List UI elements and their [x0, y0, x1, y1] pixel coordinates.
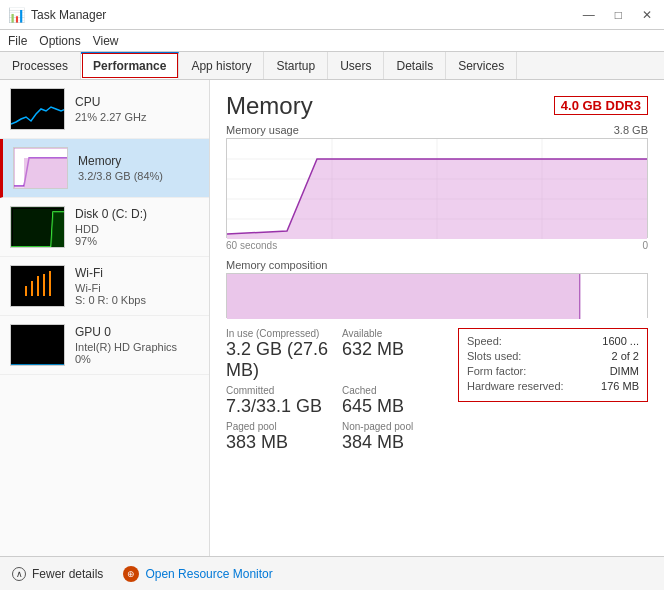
tab-bar: Processes Performance App history Startu…	[0, 52, 664, 80]
stat-available: Available 632 MB	[342, 328, 450, 381]
svg-rect-14	[25, 286, 27, 296]
stat-available-label: Available	[342, 328, 450, 339]
tab-startup[interactable]: Startup	[264, 52, 328, 79]
chevron-up-icon: ∧	[12, 567, 26, 581]
title-bar-left: 📊 Task Manager	[8, 7, 106, 23]
stat-available-value: 632 MB	[342, 339, 450, 360]
svg-rect-12	[31, 281, 33, 296]
content-panel: Memory 4.0 GB DDR3 Memory usage 3.8 GB	[210, 80, 664, 556]
stat-cached-label: Cached	[342, 385, 450, 396]
sidebar-item-cpu[interactable]: CPU 21% 2.27 GHz	[0, 80, 209, 139]
spec-speed-label: Speed:	[467, 335, 502, 347]
wifi-value: Wi-FiS: 0 R: 0 Kbps	[75, 282, 199, 306]
svg-marker-4	[24, 158, 29, 189]
disk-label: Disk 0 (C: D:)	[75, 207, 199, 221]
stat-committed-label: Committed	[226, 385, 334, 396]
spec-hw-reserved-label: Hardware reserved:	[467, 380, 564, 392]
svg-marker-5	[29, 158, 68, 189]
stat-paged-pool-label: Paged pool	[226, 421, 334, 432]
stat-in-use: In use (Compressed) 3.2 GB (27.6 MB)	[226, 328, 334, 381]
sidebar-item-disk[interactable]: Disk 0 (C: D:) HDD97%	[0, 198, 209, 257]
tab-details[interactable]: Details	[384, 52, 446, 79]
cpu-chart-svg	[11, 89, 65, 130]
wifi-chart-svg	[11, 266, 65, 307]
fewer-details-label: Fewer details	[32, 567, 103, 581]
sidebar-item-wifi[interactable]: Wi-Fi Wi-FiS: 0 R: 0 Kbps	[0, 257, 209, 316]
menu-file[interactable]: File	[8, 34, 27, 48]
chart-time-labels: 60 seconds 0	[226, 240, 648, 251]
sidebar-item-gpu[interactable]: GPU 0 Intel(R) HD Graphics0%	[0, 316, 209, 375]
spec-form-factor-label: Form factor:	[467, 365, 526, 377]
svg-rect-27	[227, 274, 580, 319]
memory-chart-svg	[14, 148, 68, 189]
disk-mini-chart	[10, 206, 65, 248]
spec-slots-value: 2 of 2	[611, 350, 639, 362]
close-button[interactable]: ✕	[638, 8, 656, 22]
stat-committed: Committed 7.3/33.1 GB	[226, 385, 334, 417]
gpu-mini-chart	[10, 324, 65, 366]
spec-speed: Speed: 1600 ...	[467, 335, 639, 347]
disk-chart-svg	[11, 207, 65, 248]
stat-non-paged-pool-label: Non-paged pool	[342, 421, 450, 432]
usage-chart-label: Memory usage 3.8 GB	[226, 124, 648, 136]
time-right-label: 0	[642, 240, 648, 251]
memory-usage-svg	[227, 139, 647, 239]
cpu-info: CPU 21% 2.27 GHz	[75, 95, 199, 123]
composition-label: Memory composition	[226, 259, 648, 271]
stat-committed-value: 7.3/33.1 GB	[226, 396, 334, 417]
memory-value: 3.2/3.8 GB (84%)	[78, 170, 199, 182]
cpu-value: 21% 2.27 GHz	[75, 111, 199, 123]
tab-app-history[interactable]: App history	[179, 52, 264, 79]
content-badge: 4.0 GB DDR3	[554, 96, 648, 115]
spec-hw-reserved: Hardware reserved: 176 MB	[467, 380, 639, 392]
open-resource-monitor-button[interactable]: ⊕ Open Resource Monitor	[123, 566, 272, 582]
app-title: Task Manager	[31, 8, 106, 22]
stat-paged-pool-value: 383 MB	[226, 432, 334, 453]
disk-value: HDD97%	[75, 223, 199, 247]
resource-monitor-icon: ⊕	[123, 566, 139, 582]
svg-rect-11	[37, 276, 39, 296]
fewer-details-button[interactable]: ∧ Fewer details	[12, 567, 103, 581]
usage-chart-max: 3.8 GB	[614, 124, 648, 136]
menu-bar: File Options View	[0, 30, 664, 52]
gpu-chart-svg	[11, 325, 65, 366]
app-icon: 📊	[8, 7, 25, 23]
usage-label-text: Memory usage	[226, 124, 299, 136]
menu-options[interactable]: Options	[39, 34, 80, 48]
minimize-button[interactable]: —	[579, 8, 599, 22]
wifi-label: Wi-Fi	[75, 266, 199, 280]
disk-info: Disk 0 (C: D:) HDD97%	[75, 207, 199, 247]
time-left-label: 60 seconds	[226, 240, 277, 251]
menu-view[interactable]: View	[93, 34, 119, 48]
footer: ∧ Fewer details ⊕ Open Resource Monitor	[0, 556, 664, 590]
tab-users[interactable]: Users	[328, 52, 384, 79]
tab-processes[interactable]: Processes	[0, 52, 81, 79]
wifi-info: Wi-Fi Wi-FiS: 0 R: 0 Kbps	[75, 266, 199, 306]
sidebar-item-memory[interactable]: Memory 3.2/3.8 GB (84%)	[0, 139, 209, 198]
cpu-label: CPU	[75, 95, 199, 109]
title-bar: 📊 Task Manager — □ ✕	[0, 0, 664, 30]
gpu-label: GPU 0	[75, 325, 199, 339]
title-bar-controls: — □ ✕	[579, 8, 656, 22]
svg-rect-15	[49, 271, 51, 296]
tab-services[interactable]: Services	[446, 52, 517, 79]
spec-slots-label: Slots used:	[467, 350, 521, 362]
memory-mini-chart	[13, 147, 68, 189]
svg-rect-13	[43, 274, 45, 296]
stat-in-use-value: 3.2 GB (27.6 MB)	[226, 339, 334, 381]
stat-cached-value: 645 MB	[342, 396, 450, 417]
svg-rect-28	[580, 274, 647, 319]
svg-rect-16	[11, 325, 65, 366]
sidebar: CPU 21% 2.27 GHz Memory 3.2/3.8 GB (84%)	[0, 80, 210, 556]
tab-performance[interactable]: Performance	[81, 52, 179, 79]
main-content: CPU 21% 2.27 GHz Memory 3.2/3.8 GB (84%)	[0, 80, 664, 556]
gpu-value: Intel(R) HD Graphics0%	[75, 341, 199, 365]
stat-non-paged-pool: Non-paged pool 384 MB	[342, 421, 450, 453]
content-header: Memory 4.0 GB DDR3	[226, 92, 648, 120]
composition-svg	[227, 274, 647, 319]
content-title: Memory	[226, 92, 313, 120]
stat-paged-pool: Paged pool 383 MB	[226, 421, 334, 453]
composition-chart	[226, 273, 648, 318]
stats-grid: In use (Compressed) 3.2 GB (27.6 MB) Ava…	[226, 328, 450, 453]
maximize-button[interactable]: □	[611, 8, 626, 22]
